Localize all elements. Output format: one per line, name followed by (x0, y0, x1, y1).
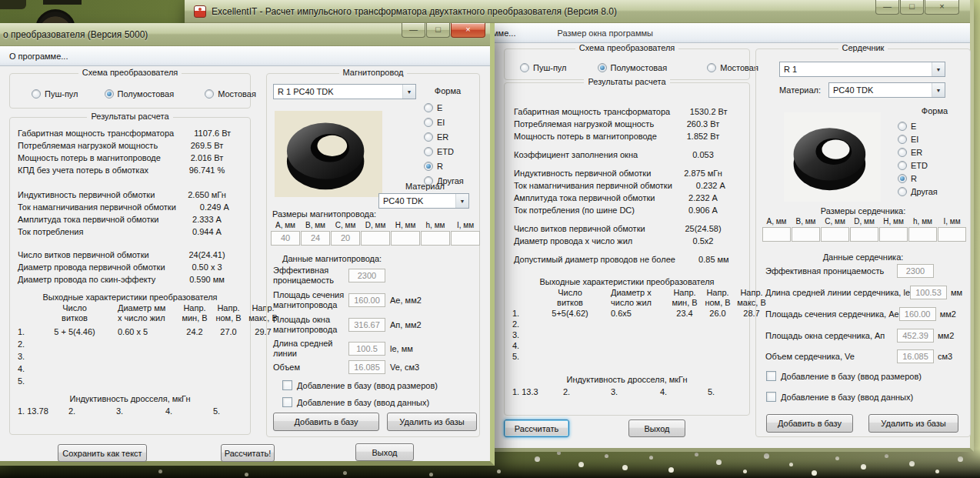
window-title: ExcellentIT - Расчет импульсного трансфо… (212, 6, 617, 17)
column-header: Числовитков (36, 303, 113, 323)
minimize-icon[interactable]: — (402, 23, 425, 38)
desktop: ExcellentIT - Расчет импульсного трансфо… (0, 0, 980, 478)
add-db-sizes-checkbox[interactable]: Добавление в базу (ввод размеров) (282, 380, 438, 390)
size-input-b[interactable]: 24 (301, 231, 330, 246)
core-photo (275, 111, 382, 197)
shape-radio-e[interactable]: E (898, 122, 916, 131)
size-input-h[interactable] (391, 231, 420, 246)
group-results: Результаты расчета Габаритная мощность т… (504, 82, 750, 416)
close-icon[interactable]: × (925, 0, 959, 15)
size-input-i[interactable] (451, 231, 480, 246)
core-data-row: Площадь сечения сердечника, Ае160.00мм2 (765, 307, 964, 321)
add-db-data-checkbox[interactable]: Добавление в базу (ввод данных) (282, 397, 429, 407)
core-select[interactable]: R 1▼ (779, 62, 945, 77)
maximize-icon[interactable]: □ (426, 23, 450, 38)
radio-bridge[interactable]: Мостовая (205, 89, 256, 99)
result-value: 2.875 мГн (665, 169, 742, 178)
radio-icon (898, 135, 907, 144)
menu-about[interactable]: О программе... (2, 46, 75, 65)
add-to-db-button[interactable]: Добавить в базу (766, 414, 853, 433)
result-label: Ток потребления (по шине DC) (514, 206, 635, 215)
result-value: 269.5 Вт (168, 141, 245, 150)
shape-radio-er[interactable]: ER (424, 132, 448, 142)
add-to-db-button[interactable]: Добавить в базу (273, 413, 379, 431)
output-row: 3. (505, 329, 749, 340)
radio-icon (898, 187, 907, 196)
magnet-data-row: Объем16.085Ve, см3 (273, 360, 419, 374)
radio-push-pull[interactable]: Пуш-пул (32, 89, 78, 99)
output-row: 4. (10, 363, 250, 375)
size-input-h2[interactable] (421, 231, 450, 246)
group-scheme: Схема преобразователя Пуш-пул Полумостов… (504, 48, 750, 80)
size-input-h[interactable] (879, 227, 908, 242)
window-excellentit-v5000: о преобразователя (Версия 5000) — □ × О … (0, 23, 495, 466)
shape-radio-etd[interactable]: ETD (424, 147, 454, 156)
checkbox-icon (282, 380, 292, 390)
calculate-button[interactable]: Рассчитать (504, 420, 569, 437)
result-value: 0.85 мм (675, 255, 752, 264)
shape-radio-ei[interactable]: EI (898, 135, 918, 144)
menu-window-size[interactable]: Размер окна программы (549, 23, 661, 42)
shape-radio-e[interactable]: E (424, 103, 442, 112)
material-select[interactable]: PC40 TDK▼ (378, 193, 469, 209)
output-row: 5. (10, 375, 250, 387)
desktop-corner-shape (0, 0, 26, 9)
radio-push-pull[interactable]: Пуш-пул (520, 63, 567, 72)
maximize-icon[interactable]: □ (900, 0, 924, 15)
radio-icon (205, 89, 214, 99)
core-select[interactable]: R 1 PC40 TDK▼ (273, 84, 416, 99)
shape-radio-ei[interactable]: EI (424, 118, 445, 127)
size-input-d[interactable] (850, 227, 878, 242)
size-input-a[interactable] (762, 227, 791, 242)
output-header-row: Числовитков Диаметр хчисло жил Напр.мин,… (505, 288, 749, 308)
result-value: 1530.2 Вт (670, 107, 747, 116)
sizes-fields: 40 24 20 (271, 231, 480, 246)
save-as-text-button[interactable]: Сохранить как текст (58, 444, 147, 462)
group-scheme: Схема преобразователя Пуш-пул Полумостов… (9, 73, 251, 109)
shape-radio-other[interactable]: Другая (898, 187, 938, 196)
radio-icon (32, 89, 41, 99)
chevron-down-icon: ▼ (402, 85, 415, 99)
close-icon[interactable]: × (451, 23, 485, 38)
result-value: 260.3 Вт (665, 119, 742, 129)
minimize-icon[interactable]: — (875, 0, 899, 15)
radio-icon (898, 161, 907, 170)
shape-radio-etd[interactable]: ETD (898, 161, 928, 170)
size-input-b[interactable] (792, 227, 820, 242)
add-db-data-checkbox[interactable]: Добавление в базу (ввод данных) (766, 392, 913, 402)
column-header: Напр.мин, В (668, 288, 702, 308)
result-label: Допустимый диаметр проводов не более (514, 255, 675, 264)
radio-half-bridge[interactable]: Полумостовая (598, 63, 668, 72)
result-label: КПД без учета потерь в обмотках (18, 165, 148, 175)
shape-radio-r[interactable]: R (424, 162, 443, 171)
core-data-row: Площадь окна сердечника, Ап452.39мм2 (765, 329, 964, 343)
size-input-a[interactable]: 40 (271, 231, 300, 246)
radio-bridge[interactable]: Мостовая (707, 63, 758, 72)
radio-icon (424, 103, 433, 112)
readonly-field: 2300 (897, 264, 934, 278)
group-title: Результаты расчета (584, 77, 669, 86)
exit-button[interactable]: Выход (628, 420, 685, 437)
remove-from-db-button[interactable]: Удалить из базы (868, 414, 958, 433)
shape-radio-er[interactable]: ER (898, 148, 922, 157)
size-input-c[interactable]: 20 (331, 231, 360, 246)
material-select[interactable]: PC40 TDK▼ (828, 82, 945, 98)
exit-button[interactable]: Выход (355, 443, 414, 461)
readonly-field: 316.67 (348, 318, 385, 332)
add-db-sizes-checkbox[interactable]: Добавление в базу (ввод размеров) (766, 371, 922, 381)
size-input-h2[interactable] (908, 227, 937, 242)
remove-from-db-button[interactable]: Удалить из базы (387, 413, 477, 431)
column-header: Диаметр хчисло жил (606, 288, 668, 308)
result-value: 0.232 А (672, 181, 749, 190)
output-header-row: Числовитков Диаметр ммх число жил Напр.м… (10, 303, 250, 323)
size-input-i[interactable] (938, 227, 966, 242)
group-results: Результаты расчета Габаритная мощность т… (9, 117, 251, 435)
output-row: 4. (505, 340, 749, 351)
radio-half-bridge[interactable]: Полумостовая (105, 89, 175, 99)
size-input-c[interactable] (821, 227, 849, 242)
size-input-d[interactable] (361, 231, 390, 246)
column-header: Числовитков (534, 288, 606, 308)
output-row: 1. 5+5(4.62) 0.6х5 23.4 26.0 28.7 (505, 308, 749, 319)
calculate-button[interactable]: Рассчитать! (221, 444, 275, 462)
shape-radio-r[interactable]: R (898, 174, 917, 183)
